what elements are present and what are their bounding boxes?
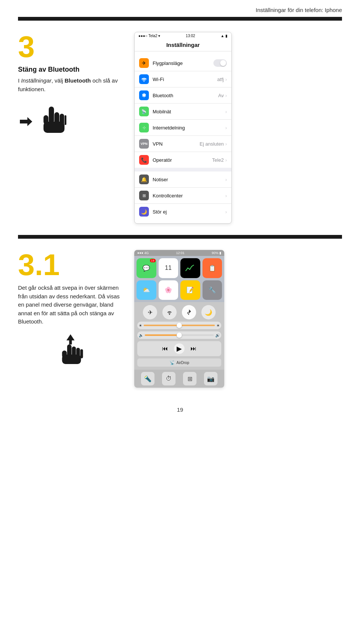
svg-marker-0 bbox=[20, 117, 32, 126]
cc-battery: 90% ▮ bbox=[212, 251, 221, 255]
page-header: Inställningar för din telefon: Iphone bbox=[0, 0, 360, 17]
section3-left: 3 Stäng av Bluetooth I Inställningar, vä… bbox=[18, 32, 123, 138]
cc-media-row: ⏮ ▶ ⏭ bbox=[137, 341, 221, 356]
cc-volume-slider[interactable]: 🔈 🔊 bbox=[137, 331, 221, 339]
settings-nav-title: Inställningar bbox=[135, 39, 231, 51]
arrow-right-icon bbox=[18, 114, 33, 129]
bluetooth-icon: ✱ bbox=[139, 90, 149, 100]
kontrollcenter-icon: ⊞ bbox=[139, 191, 149, 200]
cc-time: 12:01 bbox=[176, 251, 184, 255]
wifi-label: Wi-Fi bbox=[153, 77, 217, 82]
wifi-chevron: › bbox=[225, 77, 227, 82]
settings-list: ✈ Flygplansläge Wi-Fi atfj › bbox=[135, 55, 231, 220]
notiser-chevron: › bbox=[225, 177, 227, 182]
cc-status-bar: ●●● 4G 12:01 90% ▮ bbox=[134, 250, 224, 256]
step3-text-italic: Inställningar bbox=[21, 77, 51, 84]
airdrop-label: AirDrop bbox=[177, 361, 189, 365]
cc-bottom-row: 🔦 ⏱ ⊞ 📷 bbox=[134, 370, 224, 388]
cc-btn-donotdisturb[interactable]: 🌙 bbox=[201, 305, 216, 319]
wifi-value: atfj bbox=[217, 77, 224, 82]
cc-calculator-btn[interactable]: ⊞ bbox=[183, 372, 196, 385]
cc-brightness-slider[interactable]: ☀ ☀ bbox=[137, 322, 221, 329]
operatör-label: Operatör bbox=[153, 157, 212, 163]
cc-buttons-row: ✈ 🌙 bbox=[137, 305, 221, 319]
time-text: 13:02 bbox=[186, 34, 195, 38]
cc-btn-bluetooth[interactable] bbox=[182, 305, 196, 319]
cc-app-notes: 📝 bbox=[180, 280, 200, 300]
battery-text: ▲ ▮ bbox=[220, 34, 228, 38]
step3-title: Stäng av Bluetooth bbox=[18, 66, 123, 74]
cc-prev-btn[interactable]: ⏮ bbox=[162, 345, 168, 352]
settings-row-notiser: 🔔 Notiser › bbox=[135, 172, 231, 188]
svg-rect-6 bbox=[44, 122, 64, 133]
settings-row-bluetooth[interactable]: ✱ Bluetooth Av › bbox=[135, 87, 231, 104]
störej-label: Stör ej bbox=[153, 209, 225, 215]
vpn-label: VPN bbox=[153, 141, 200, 147]
operatör-chevron: › bbox=[225, 157, 227, 163]
cc-next-btn[interactable]: ⏭ bbox=[190, 345, 196, 352]
cc-btn-airplane[interactable]: ✈ bbox=[143, 305, 157, 319]
step3-text: I Inställningar, välj Bluetooth och slå … bbox=[18, 77, 123, 93]
settings-row-kontrollcenter: ⊞ Kontrollcenter › bbox=[135, 188, 231, 204]
section31-left: 3.1 Det går också att svepa in över skär… bbox=[18, 250, 123, 367]
cc-clock-btn[interactable]: ⏱ bbox=[162, 372, 176, 385]
vpn-chevron: › bbox=[225, 141, 227, 147]
step31-number: 3.1 bbox=[18, 250, 123, 280]
cc-slider-thumb bbox=[177, 323, 182, 328]
wifi-icon bbox=[139, 74, 149, 84]
step3-text-bold: Bluetooth bbox=[64, 77, 91, 84]
bluetooth-label: Bluetooth bbox=[153, 93, 218, 98]
airdrop-icon: 📡 bbox=[170, 360, 175, 365]
kontrollcenter-label: Kontrollcenter bbox=[153, 193, 225, 199]
flygplansläge-label: Flygplansläge bbox=[153, 60, 213, 66]
cc-app-tools: 🔧 bbox=[202, 280, 222, 300]
bluetooth-chevron: › bbox=[225, 93, 227, 98]
control-center-mockup: ●●● 4G 12:01 90% ▮ 💬 19 11 📋 ⛅ bbox=[134, 250, 224, 388]
mobilnät-chevron: › bbox=[225, 109, 227, 114]
hand-up-container bbox=[18, 334, 123, 367]
step31-text: Det går också att svepa in över skärmen … bbox=[18, 284, 123, 326]
internetdelning-label: Internetdelning bbox=[153, 125, 225, 131]
operatör-value: Tele2 bbox=[212, 157, 224, 163]
settings-row-internetdelning: ⊹ Internetdelning › bbox=[135, 120, 231, 136]
cc-volume-thumb bbox=[177, 333, 182, 338]
svg-rect-1 bbox=[49, 107, 54, 123]
bluetooth-value: Av bbox=[218, 93, 224, 98]
cc-app-productivity: 📋 bbox=[202, 258, 222, 278]
cc-btn-wifi[interactable] bbox=[162, 305, 177, 319]
internetdelning-chevron: › bbox=[225, 125, 227, 131]
notiser-icon: 🔔 bbox=[139, 175, 149, 184]
cc-app-messages: 💬 19 bbox=[136, 258, 156, 278]
vpn-icon: VPN bbox=[139, 139, 149, 149]
flygplansläge-toggle[interactable] bbox=[213, 59, 227, 67]
step3-text-p2: , välj bbox=[51, 77, 64, 84]
cc-app-stocks bbox=[180, 258, 200, 278]
settings-row-wifi: Wi-Fi atfj › bbox=[135, 71, 231, 87]
settings-row-flygplansläge: ✈ Flygplansläge bbox=[135, 55, 231, 71]
flygplansläge-icon: ✈ bbox=[139, 58, 149, 68]
internetdelning-icon: ⊹ bbox=[139, 123, 149, 132]
cc-app-calendar: 11 bbox=[159, 258, 178, 278]
notiser-label: Notiser bbox=[153, 177, 225, 182]
iphone-status-bar: ●●●○ Tela2 ▾ 13:02 ▲ ▮ bbox=[135, 32, 231, 39]
mobilnät-label: Mobilnät bbox=[153, 109, 225, 114]
cc-camera-btn[interactable]: 📷 bbox=[204, 372, 218, 385]
cc-flashlight-btn[interactable]: 🔦 bbox=[141, 372, 154, 385]
iphone-settings-mockup: ●●●○ Tela2 ▾ 13:02 ▲ ▮ Inställningar ✈ F… bbox=[134, 32, 232, 224]
settings-row-vpn: VPN VPN Ej ansluten › bbox=[135, 136, 231, 152]
cc-volume-track bbox=[145, 334, 214, 336]
operatör-icon: 📞 bbox=[139, 155, 149, 165]
carrier-text: ●●●○ Tela2 ▾ bbox=[138, 34, 160, 38]
cc-play-btn[interactable]: ▶ bbox=[174, 343, 184, 354]
cc-carrier: ●●● 4G bbox=[137, 251, 149, 255]
messages-badge: 19 bbox=[150, 259, 156, 262]
cc-controls-panel: ✈ 🌙 ☀ ☀ bbox=[134, 302, 224, 370]
settings-row-operatör: 📞 Operatör Tele2 › bbox=[135, 152, 231, 168]
cc-slider-track bbox=[144, 325, 215, 326]
settings-group-1: ✈ Flygplansläge Wi-Fi atfj › bbox=[135, 55, 231, 168]
section31: 3.1 Det går också att svepa in över skär… bbox=[0, 239, 360, 395]
störej-icon: 🌙 bbox=[139, 207, 149, 217]
cc-app-weather: ⛅ bbox=[136, 280, 156, 300]
step3-number: 3 bbox=[18, 32, 123, 62]
cc-airdrop-row[interactable]: 📡 AirDrop bbox=[137, 358, 221, 367]
